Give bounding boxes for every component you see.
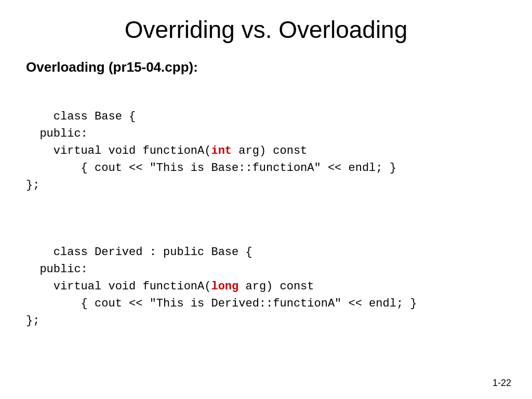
code-block-derived: class Derived : public Base { public: vi… (26, 227, 506, 347)
derived-line2: public: (26, 263, 88, 276)
slide-subtitle: Overloading (pr15-04.cpp): (26, 59, 506, 75)
base-line2: public: (26, 127, 88, 140)
derived-line1: class Derived : public Base { (54, 246, 252, 259)
derived-line4: { cout << "This is Derived::functionA" <… (26, 297, 417, 310)
slide-title: Overriding vs. Overloading (26, 16, 506, 44)
base-line4: { cout << "This is Base::functionA" << e… (26, 162, 396, 175)
base-line1: class Base { (54, 110, 136, 123)
base-line3-post: arg) const (232, 144, 307, 157)
code-block-base: class Base { public: virtual void functi… (26, 91, 506, 211)
derived-keyword-long: long (211, 280, 238, 293)
derived-line5: }; (26, 314, 39, 327)
base-line5: }; (26, 179, 39, 192)
page-number: 1-22 (493, 378, 511, 389)
derived-line3-pre: virtual void functionA( (26, 280, 211, 293)
base-line3-pre: virtual void functionA( (26, 144, 211, 157)
derived-line3-post: arg) const (238, 280, 314, 293)
base-keyword-int: int (211, 144, 232, 157)
slide: Overriding vs. Overloading Overloading (… (0, 0, 532, 399)
